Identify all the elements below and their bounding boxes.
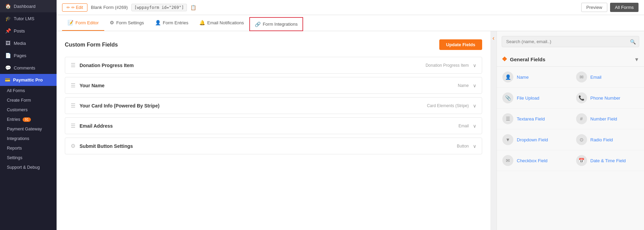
sidebar-item-customers[interactable]: Customers [0, 105, 57, 115]
sidebar-item-posts[interactable]: 📌 Posts [0, 25, 57, 37]
paymattic-icon: 💳 [5, 77, 10, 82]
sidebar-item-support-debug[interactable]: Support & Debug [0, 163, 57, 172]
field-icon-datetime: 📅 [576, 155, 587, 166]
sidebar-sub-label-reports: Reports [7, 146, 22, 151]
sidebar-collapse-button[interactable]: ‹ [490, 31, 497, 230]
search-input[interactable] [502, 36, 639, 47]
table-row: ☰ Donation Progress Item Donation Progre… [65, 57, 482, 74]
pages-icon: 📄 [5, 52, 11, 59]
posts-icon: 📌 [5, 28, 11, 34]
sidebar-item-settings[interactable]: Settings [0, 153, 57, 163]
field-label-dropdown: Dropdown Field [517, 137, 548, 142]
field-item-radio-field[interactable]: ⊙ Radio Field [571, 129, 644, 150]
comments-icon: 💬 [5, 65, 11, 71]
content-area: Custom Form Fields Update Fields ☰ Donat… [57, 31, 644, 230]
field-item-name[interactable]: 👤 Name [497, 67, 571, 88]
field-icon-textarea: ☰ [502, 113, 513, 124]
sidebar-sub-label-create-form: Create Form [7, 98, 31, 103]
expand-icon-submit-button[interactable]: ∨ [473, 143, 476, 149]
sidebar-item-reports[interactable]: Reports [0, 143, 57, 153]
field-icon-dropdown: ▼ [502, 134, 513, 145]
field-item-checkbox-field[interactable]: ✉ Checkbox Field [497, 150, 571, 171]
form-integrations-icon: 🔗 [255, 22, 261, 27]
update-fields-button[interactable]: Update Fields [439, 39, 482, 50]
sidebar-item-pages[interactable]: 📄 Pages [0, 49, 57, 62]
table-row: ☰ Your Name Name ∨ [65, 77, 482, 94]
sidebar-label-pages: Pages [14, 53, 26, 58]
expand-icon-your-name[interactable]: ∨ [473, 83, 476, 88]
drag-handle-icon[interactable]: ☰ [71, 102, 75, 109]
fields-grid: 👤 Name ✉ Email 📎 File Upload 📞 Phone Num… [497, 67, 644, 171]
field-type-donation-progress: Donation Progress Item [426, 63, 469, 68]
tab-form-entries[interactable]: 👤 Form Entries [150, 15, 194, 31]
table-row: ☰ Your Card Info (Powered By Stripe) Car… [65, 97, 482, 114]
field-item-email[interactable]: ✉ Email [571, 67, 644, 88]
collapse-general-fields-button[interactable]: ▼ [634, 56, 639, 62]
tab-form-settings[interactable]: ⚙ Form Settings [104, 15, 150, 31]
all-forms-label: All Forms [615, 5, 634, 10]
field-item-phone-number[interactable]: 📞 Phone Number [571, 88, 644, 108]
sidebar-sub-label-integrations: Integrations [7, 136, 29, 141]
form-entries-icon: 👤 [155, 20, 161, 25]
copy-icon[interactable]: 📋 [190, 5, 196, 10]
edit-label: ✏ Edit [71, 5, 83, 10]
preview-button[interactable]: Preview [581, 3, 607, 12]
search-box: 🔍 [497, 31, 644, 52]
sidebar-sub-label-entries: Entries [7, 117, 20, 122]
sidebar-item-media[interactable]: 🖼 Media [0, 37, 57, 49]
tab-label-email-notifications: Email Notifications [207, 20, 244, 25]
field-label-name: Name [517, 75, 529, 80]
sidebar-sub-label-all-forms: All Forms [7, 88, 25, 93]
expand-icon-card-info[interactable]: ∨ [473, 103, 476, 108]
sidebar-item-integrations[interactable]: Integrations [0, 134, 57, 143]
sidebar-label-comments: Comments [14, 65, 35, 71]
sidebar-item-create-form[interactable]: Create Form [0, 95, 57, 105]
tab-label-form-settings: Form Settings [116, 20, 144, 25]
paymattic-pro-header[interactable]: 💳 Paymattic Pro [0, 74, 57, 86]
field-item-dropdown-field[interactable]: ▼ Dropdown Field [497, 129, 571, 150]
main-content: ✏ ✏ Edit Blank Form (#269) [wppayform id… [57, 0, 644, 230]
drag-handle-icon[interactable]: ⚙ [71, 143, 75, 149]
tab-email-notifications[interactable]: 🔔 Email Notifications [194, 15, 249, 31]
tabs-bar: 📝 Form Editor ⚙ Form Settings 👤 Form Ent… [57, 15, 644, 31]
tab-form-editor[interactable]: 📝 Form Editor [62, 15, 104, 31]
table-row: ⚙ Submit Button Settings Button ∨ [65, 138, 482, 154]
form-editor-panel: Custom Form Fields Update Fields ☰ Donat… [57, 31, 490, 230]
field-label-datetime: Date & Time Field [591, 158, 626, 163]
sidebar-item-comments[interactable]: 💬 Comments [0, 62, 57, 74]
drag-handle-icon[interactable]: ☰ [71, 82, 75, 89]
field-type-submit-button: Button [457, 144, 469, 149]
field-item-textarea-field[interactable]: ☰ Textarea Field [497, 108, 571, 129]
edit-button[interactable]: ✏ ✏ Edit [62, 3, 87, 12]
tab-form-integrations[interactable]: 🔗 Form Integrations [249, 17, 303, 31]
field-item-datetime-field[interactable]: 📅 Date & Time Field [571, 150, 644, 171]
sidebar-item-all-forms[interactable]: All Forms [0, 86, 57, 95]
all-forms-button[interactable]: All Forms [610, 3, 639, 12]
drag-handle-icon[interactable]: ☰ [71, 62, 75, 68]
dashboard-icon: 🏠 [5, 3, 11, 9]
tab-label-form-integrations: Form Integrations [263, 22, 298, 27]
field-label-phone-number: Phone Number [591, 95, 620, 101]
topbar: ✏ ✏ Edit Blank Form (#269) [wppayform id… [57, 0, 644, 15]
field-name-your-name: Your Name [80, 83, 454, 88]
tutor-lms-icon: 🎓 [5, 15, 11, 22]
email-notifications-icon: 🔔 [199, 20, 205, 25]
general-fields-title: General Fields [510, 56, 545, 62]
shortcode-display: [wppayform id="269"] [131, 4, 187, 11]
sidebar-item-dashboard[interactable]: 🏠 Dashboard [0, 0, 57, 12]
expand-icon-donation-progress[interactable]: ∨ [473, 63, 476, 68]
paymattic-label: Paymattic Pro [13, 77, 43, 82]
sidebar-item-tutor-lms[interactable]: 🎓 Tutor LMS [0, 12, 57, 25]
sidebar-sub-label-payment-gateway: Payment Gateway [7, 127, 42, 131]
general-fields-icon: ❖ [502, 55, 507, 63]
field-icon-file-upload: 📎 [502, 92, 513, 103]
sidebar-item-payment-gateway[interactable]: Payment Gateway [0, 124, 57, 134]
sidebar-label-tutor-lms: Tutor LMS [14, 16, 34, 21]
sidebar-item-entries[interactable]: Entries 91 [0, 115, 57, 124]
field-item-file-upload[interactable]: 📎 File Upload [497, 88, 571, 108]
media-icon: 🖼 [5, 40, 11, 46]
form-panel-title: Custom Form Fields [65, 42, 118, 48]
expand-icon-email-address[interactable]: ∨ [473, 123, 476, 129]
drag-handle-icon[interactable]: ☰ [71, 123, 75, 129]
field-item-number-field[interactable]: # Number Field [571, 108, 644, 129]
